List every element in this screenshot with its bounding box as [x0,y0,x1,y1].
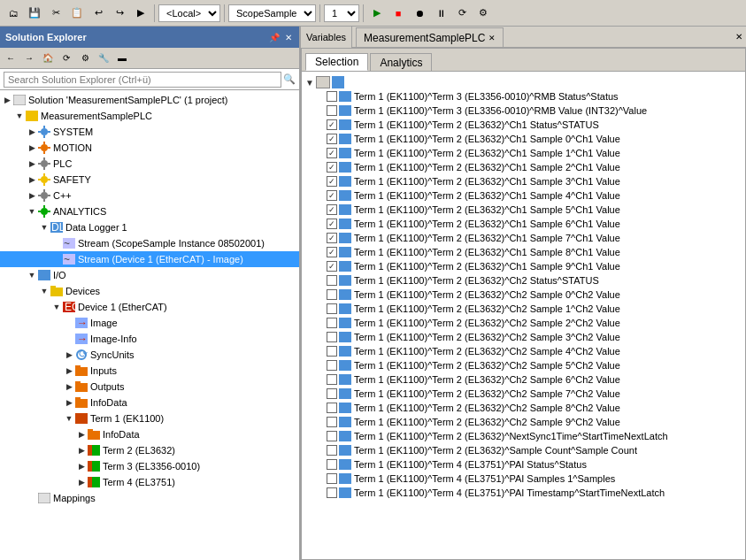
var-row-21[interactable]: Term 1 (EK1100)^Term 2 (EL3632)^Ch2 Samp… [305,387,742,401]
expand-icon-term2[interactable]: ▶ [76,445,87,456]
var-checkbox-10[interactable] [327,233,337,243]
var-checkbox-18[interactable] [327,346,337,357]
var-row-12[interactable]: Term 1 (EK1100)^Term 2 (EL3632)^Ch1 Samp… [305,259,742,273]
tree-item-stream2[interactable]: ~Stream (Device 1 (EtherCAT) - Image) [0,251,299,267]
tree-item-outputs[interactable]: ▶Outputs [0,379,299,395]
var-checkbox-7[interactable] [327,190,337,201]
var-checkbox-16[interactable] [327,318,337,328]
var-row-6[interactable]: Term 1 (EK1100)^Term 2 (EL3632)^Ch1 Samp… [305,174,742,188]
tree-item-measurement[interactable]: ▼MeasurementSamplePLC [0,108,299,124]
var-row-7[interactable]: Term 1 (EK1100)^Term 2 (EL3632)^Ch1 Samp… [305,188,742,203]
expand-icon-plc[interactable]: ▶ [27,158,37,169]
var-checkbox-23[interactable] [327,417,337,427]
tree-item-infodata2[interactable]: ▶InfoData [0,426,299,442]
var-row-16[interactable]: Term 1 (EK1100)^Term 2 (EL3632)^Ch2 Samp… [305,316,742,330]
tree-item-infodata[interactable]: ▶InfoData [0,395,299,410]
tree-item-image[interactable]: →Image [0,315,299,331]
var-checkbox-2[interactable] [327,119,337,130]
tab-selection[interactable]: Selection [305,53,368,71]
tree-item-datalogger1[interactable]: ▼DLData Logger 1 [0,219,299,235]
var-checkbox-0[interactable] [327,91,337,102]
var-checkbox-14[interactable] [327,289,337,300]
se-pin-icon[interactable]: 📌 [267,32,281,43]
tree-item-mappings[interactable]: Mappings [0,490,299,506]
se-collapse[interactable]: ▬ [113,50,131,66]
expand-icon-term3[interactable]: ▶ [76,461,87,472]
toolbar-btn-6[interactable]: ↪ [110,4,129,23]
instance-dropdown[interactable]: 1 [324,4,359,22]
toolbar-btn-b[interactable]: ⟳ [452,4,472,23]
tree-item-stream1[interactable]: ~Stream (ScopeSample Instance 08502001) [0,235,299,251]
var-row-8[interactable]: Term 1 (EK1100)^Term 2 (EL3632)^Ch1 Samp… [305,203,742,217]
toolbar-btn-5[interactable]: ↩ [88,4,108,23]
var-row-17[interactable]: Term 1 (EK1100)^Term 2 (EL3632)^Ch2 Samp… [305,330,742,344]
var-row-13[interactable]: Term 1 (EK1100)^Term 2 (EL3632)^Ch2 Stat… [305,273,742,288]
tree-item-plc[interactable]: ▶PLC [0,156,299,172]
var-row-22[interactable]: Term 1 (EK1100)^Term 2 (EL3632)^Ch2 Samp… [305,401,742,415]
var-checkbox-9[interactable] [327,219,337,229]
var-checkbox-15[interactable] [327,303,337,314]
var-checkbox-1[interactable] [327,105,337,116]
tree-item-safety[interactable]: ▶SAFETY [0,172,299,188]
expand-icon-solution[interactable]: ▶ [2,95,12,105]
var-checkbox-11[interactable] [327,247,337,257]
var-checkbox-17[interactable] [327,332,337,342]
toolbar-btn-a[interactable]: ⏸ [431,4,450,23]
expand-icon-device1[interactable]: ▼ [51,302,62,312]
var-row-9[interactable]: Term 1 (EK1100)^Term 2 (EL3632)^Ch1 Samp… [305,217,742,231]
right-panel-close[interactable]: ✕ [735,32,742,42]
var-row-1[interactable]: Term 1 (EK1100)^Term 3 (EL3356-0010)^RMB… [305,104,742,118]
main-tab-label[interactable]: MeasurementSamplePLC [364,32,485,44]
var-row-19[interactable]: Term 1 (EK1100)^Term 2 (EL3632)^Ch2 Samp… [305,358,742,372]
expand-icon-motion[interactable]: ▶ [27,142,37,153]
var-checkbox-4[interactable] [327,148,337,158]
var-row-18[interactable]: Term 1 (EK1100)^Term 2 (EL3632)^Ch2 Samp… [305,344,742,358]
var-row-27[interactable]: Term 1 (EK1100)^Term 4 (EL3751)^PAI Samp… [305,472,742,486]
var-row-20[interactable]: Term 1 (EK1100)^Term 2 (EL3632)^Ch2 Samp… [305,372,742,387]
expand-icon-term1[interactable]: ▼ [64,413,74,424]
scope-dropdown[interactable]: ScopeSample [228,4,316,22]
var-checkbox-5[interactable] [327,162,337,173]
var-checkbox-21[interactable] [327,388,337,399]
var-row-3[interactable]: Term 1 (EK1100)^Term 2 (EL3632)^Ch1 Samp… [305,132,742,146]
var-row-15[interactable]: Term 1 (EK1100)^Term 2 (EL3632)^Ch2 Samp… [305,302,742,316]
var-checkbox-3[interactable] [327,134,337,144]
expand-icon-infodata2[interactable]: ▶ [76,429,87,440]
se-close-icon[interactable]: ✕ [283,32,294,43]
var-row-14[interactable]: Term 1 (EK1100)^Term 2 (EL3632)^Ch2 Samp… [305,288,742,302]
tree-item-term2[interactable]: ▶Term 2 (EL3632) [0,442,299,458]
var-row-25[interactable]: Term 1 (EK1100)^Term 2 (EL3632)^Sample C… [305,443,742,457]
expand-icon-analytics[interactable]: ▼ [27,206,37,217]
var-row-0[interactable]: Term 1 (EK1100)^Term 3 (EL3356-0010)^RMB… [305,89,742,104]
toolbar-btn-4[interactable]: 📋 [67,4,87,23]
var-checkbox-6[interactable] [327,176,337,187]
expand-icon-infodata[interactable]: ▶ [64,397,74,408]
var-checkbox-8[interactable] [327,204,337,215]
var-row-11[interactable]: Term 1 (EK1100)^Term 2 (EL3632)^Ch1 Samp… [305,245,742,259]
tree-item-term4[interactable]: ▶Term 4 (EL3751) [0,474,299,490]
tree-item-solution[interactable]: ▶Solution 'MeasurementSamplePLC' (1 proj… [0,92,299,108]
tree-item-analytics[interactable]: ▼ANALYTICS [0,203,299,219]
expand-icon-devices[interactable]: ▼ [39,286,50,296]
var-checkbox-12[interactable] [327,261,337,272]
tree-item-term1[interactable]: ▼Term 1 (EK1100) [0,410,299,426]
stop-btn[interactable]: ■ [388,4,408,23]
expand-icon-system[interactable]: ▶ [27,127,37,137]
var-row-5[interactable]: Term 1 (EK1100)^Term 2 (EL3632)^Ch1 Samp… [305,160,742,174]
tree-item-devices[interactable]: ▼Devices [0,283,299,299]
var-checkbox-22[interactable] [327,403,337,413]
toolbar-btn-1[interactable]: 🗂 [4,4,23,23]
tree-item-inputs[interactable]: ▶Inputs [0,363,299,379]
se-wrench[interactable]: 🔧 [95,50,112,66]
expand-icon-inputs[interactable]: ▶ [64,365,74,376]
var-checkbox-13[interactable] [327,275,337,286]
toolbar-btn-7[interactable]: ▶ [131,4,150,23]
expand-icon-io[interactable]: ▼ [27,270,37,280]
expand-icon-stream1[interactable] [51,238,62,249]
se-search-input[interactable] [4,72,281,88]
expand-icon-cpp[interactable]: ▶ [27,190,37,201]
var-checkbox-25[interactable] [327,445,337,456]
main-tab-close[interactable]: ✕ [488,34,496,42]
var-checkbox-19[interactable] [327,360,337,371]
expand-icon-mappings[interactable] [27,493,37,503]
